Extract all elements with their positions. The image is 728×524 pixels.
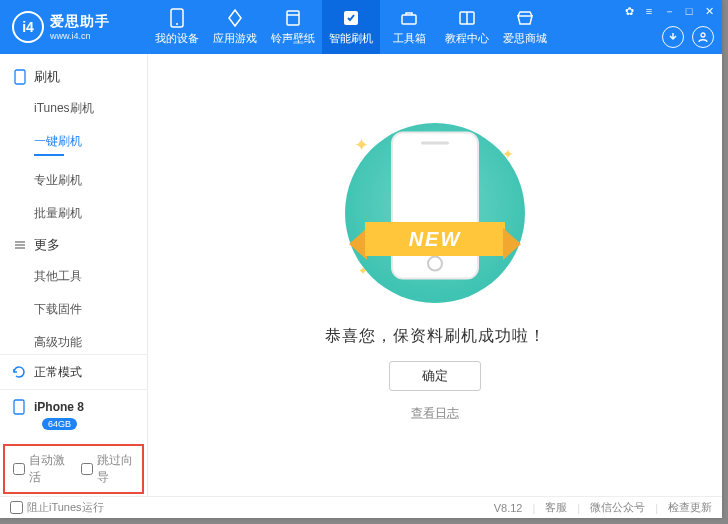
more-icon [12,237,28,253]
tab-toolbox[interactable]: 工具箱 [380,0,438,54]
user-icon[interactable] [692,26,714,48]
sidebar-item-onekey-flash[interactable]: 一键刷机 [0,125,147,164]
tab-smart-flash[interactable]: 智能刷机 [322,0,380,54]
check-update-link[interactable]: 检查更新 [668,500,712,515]
brand-url: www.i4.cn [50,31,110,41]
success-illustration: ✦ ✦ ✦ NEW [330,118,540,308]
shirt-icon[interactable]: ✿ [622,4,636,18]
close-button[interactable]: ✕ [702,4,716,18]
flash-icon [341,8,361,28]
wechat-link[interactable]: 微信公众号 [590,500,645,515]
maximize-button[interactable]: □ [682,4,696,18]
main-panel: ✦ ✦ ✦ NEW 恭喜您，保资料刷机成功啦！ 确定 查看日志 [148,54,722,496]
svg-point-1 [176,23,178,25]
sidebar-bottom: 正常模式 iPhone 8 64GB 自动激活 跳过向导 [0,354,147,496]
tab-ringtones[interactable]: 铃声壁纸 [264,0,322,54]
ribbon-icon: NEW [345,214,525,262]
app-window: i4 爱思助手 www.i4.cn 我的设备 应用游戏 铃声壁纸 智能刷机 [0,0,722,518]
title-right-icons [662,26,714,48]
tab-tutorials[interactable]: 教程中心 [438,0,496,54]
body: 刷机 iTunes刷机 一键刷机 专业刷机 批量刷机 更多 其他工具 下载固件 … [0,54,722,496]
minimize-button[interactable]: － [662,4,676,18]
svg-rect-2 [287,11,299,25]
status-bar: 阻止iTunes运行 V8.12 | 客服 | 微信公众号 | 检查更新 [0,496,722,518]
group-flash: 刷机 [0,62,147,92]
status-mode-card[interactable]: 正常模式 [0,354,147,389]
support-link[interactable]: 客服 [545,500,567,515]
flash-options-row: 自动激活 跳过向导 [3,444,144,494]
sidebar-item-other-tools[interactable]: 其他工具 [0,260,147,293]
toolbox-icon [399,8,419,28]
svg-rect-8 [14,400,24,414]
tab-apps[interactable]: 应用游戏 [206,0,264,54]
refresh-icon [10,363,28,381]
view-log-link[interactable]: 查看日志 [411,405,459,422]
book-icon [457,8,477,28]
phone-icon [10,398,28,416]
storage-badge: 64GB [42,418,77,430]
store-icon [515,8,535,28]
svg-point-6 [701,33,705,37]
block-itunes-checkbox[interactable]: 阻止iTunes运行 [10,500,104,515]
title-bar: i4 爱思助手 www.i4.cn 我的设备 应用游戏 铃声壁纸 智能刷机 [0,0,722,54]
sidebar-item-itunes-flash[interactable]: iTunes刷机 [0,92,147,125]
tab-store[interactable]: 爱思商城 [496,0,554,54]
skip-guide-checkbox[interactable]: 跳过向导 [81,452,135,486]
ok-button[interactable]: 确定 [389,361,481,391]
svg-rect-7 [15,70,25,84]
phone-icon [167,8,187,28]
version-label: V8.12 [494,502,523,514]
sidebar: 刷机 iTunes刷机 一键刷机 专业刷机 批量刷机 更多 其他工具 下载固件 … [0,54,148,496]
group-more: 更多 [0,230,147,260]
download-icon[interactable] [662,26,684,48]
sidebar-item-batch-flash[interactable]: 批量刷机 [0,197,147,230]
tab-my-device[interactable]: 我的设备 [148,0,206,54]
brand-name: 爱思助手 [50,13,110,31]
success-message: 恭喜您，保资料刷机成功啦！ [325,326,546,347]
window-controls: ✿ ≡ － □ ✕ [622,4,716,18]
phone-icon [12,69,28,85]
apps-icon [225,8,245,28]
music-icon [283,8,303,28]
logo-badge-icon: i4 [12,11,44,43]
top-tabs: 我的设备 应用游戏 铃声壁纸 智能刷机 工具箱 教程中心 [148,0,554,54]
device-card[interactable]: iPhone 8 64GB [0,389,147,440]
sidebar-item-pro-flash[interactable]: 专业刷机 [0,164,147,197]
sparkle-icon: ✦ [358,264,368,278]
auto-activate-checkbox[interactable]: 自动激活 [13,452,67,486]
sidebar-item-download-firmware[interactable]: 下载固件 [0,293,147,326]
sparkle-icon: ✦ [354,134,369,156]
svg-rect-4 [402,15,416,24]
menu-icon[interactable]: ≡ [642,4,656,18]
sparkle-icon: ✦ [502,146,514,162]
brand-logo[interactable]: i4 爱思助手 www.i4.cn [0,11,148,43]
